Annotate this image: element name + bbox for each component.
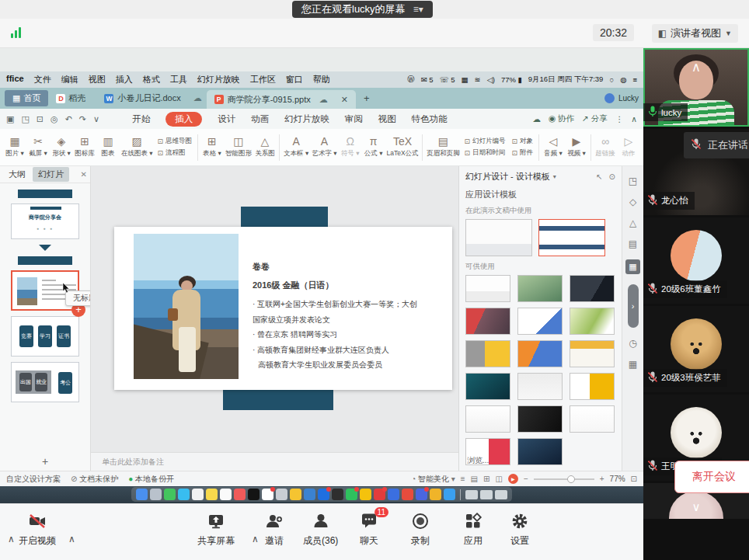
mac-menu-7[interactable]: 幻灯片放映 (197, 74, 240, 85)
quick-icon-1[interactable]: ◳ (21, 114, 29, 124)
template-thumb-3[interactable] (465, 308, 510, 335)
participant-tile-20级3班侯艺菲[interactable]: 20级3班侯艺菲 (643, 306, 749, 392)
ribbon-item-智能图形[interactable]: ◫智能图形 (224, 136, 253, 158)
participant-tile-20级6班董鑫竹[interactable]: 20级6班董鑫竹 (643, 217, 749, 304)
ribbon-item-音频[interactable]: ◁音频 ▾ (542, 136, 565, 158)
template-thumb-0[interactable] (465, 275, 510, 302)
slideshow-play-button[interactable]: ▶ (508, 474, 518, 484)
protect-status[interactable]: ⊘ 文档未保护 (71, 474, 118, 485)
side-tool-0[interactable]: ◳ (629, 176, 637, 186)
dock-icon-12[interactable] (304, 489, 315, 500)
side-tool-b-0[interactable]: ◷ (629, 338, 636, 349)
dock-icon-1[interactable] (150, 489, 162, 500)
ribbon-tab-插入[interactable]: 插入 (165, 112, 202, 127)
ribbon-item-艺术字[interactable]: A艺术字 ▾ (310, 136, 338, 158)
normal-view-icon[interactable]: ▤ (471, 475, 478, 483)
template-thumb-11[interactable] (570, 373, 615, 400)
chevron-up-icon[interactable]: ∧ (692, 59, 701, 75)
current-slide[interactable]: 卷卷 2016级 金融（日语） · 互联网+全国大学生创新创业大赛一等奖；大创国… (114, 227, 452, 390)
mac-menu-3[interactable]: 视图 (89, 74, 106, 85)
dock-window-2[interactable] (495, 490, 507, 499)
beautify-button[interactable]: ◔ 智能美化 ▾ (411, 474, 455, 485)
ribbon-item-图标库[interactable]: ⊞图标库 (73, 136, 96, 158)
dock-icon-9[interactable] (262, 489, 273, 500)
dock-icon-20[interactable] (416, 489, 427, 500)
dock-icon-8[interactable] (248, 489, 260, 500)
more-icon[interactable]: ⋮ (615, 114, 624, 123)
chevron-down-icon[interactable]: ▾ (553, 173, 556, 180)
side-tool-active[interactable]: ▦ (625, 259, 640, 274)
ribbon-tab-动画[interactable]: 动画 (251, 113, 269, 125)
banner-menu-icon[interactable]: ≡▾ (413, 4, 423, 15)
quick-icon-6[interactable]: ∨ (93, 114, 99, 124)
mac-menu-4[interactable]: 插入 (116, 74, 133, 85)
leave-meeting-button[interactable]: 离开会议 (674, 461, 749, 493)
template-thumb-used-0[interactable] (465, 219, 532, 256)
participant-tile-lucky[interactable]: ∧lucky (643, 48, 749, 127)
volume-icon[interactable]: ◁) (486, 75, 494, 84)
ribbon-item-对象[interactable]: ⊡对象 (511, 137, 533, 146)
template-thumb-12[interactable] (465, 405, 510, 433)
toolbar-apps-button[interactable]: 应用 (463, 511, 483, 548)
wifi-icon[interactable]: ≋ (474, 75, 480, 84)
toolbar-members-button[interactable]: 成员(36) (303, 511, 338, 548)
ribbon-item-动作[interactable]: ▷动作 (617, 136, 640, 158)
tab-outline[interactable]: 大纲 (3, 167, 31, 182)
panel-settings-icon[interactable]: ⊙ (609, 172, 615, 181)
watching-banner[interactable]: 您正在观看lucky的屏幕 ≡▾ (292, 1, 433, 18)
panel-expand-handle[interactable]: › (628, 284, 639, 328)
zoom-out-icon[interactable]: − (524, 475, 528, 483)
quick-icon-5[interactable]: ↷ (79, 114, 86, 124)
ribbon-item-关系图[interactable]: △关系图 (253, 136, 277, 158)
template-thumb-10[interactable] (517, 373, 563, 400)
ribbon-item-文本框[interactable]: A文本框 ▾ (282, 136, 310, 158)
template-thumb-7[interactable] (517, 340, 563, 367)
notes-placeholder[interactable]: 单击此处添加备注 (91, 452, 458, 471)
participant-tile-龙心怡[interactable]: 正在讲话龙心怡 (643, 129, 749, 215)
template-thumb-8[interactable] (570, 340, 615, 367)
mac-menu-1[interactable]: 文件 (34, 74, 51, 85)
toolbar-invite-button[interactable]: 邀请 (264, 511, 284, 548)
dock-icon-18[interactable] (388, 489, 399, 500)
dock-icon-21[interactable] (430, 489, 441, 500)
fit-window-icon[interactable]: ⊡ (631, 475, 637, 483)
ribbon-tab-特色功能[interactable]: 特色功能 (412, 113, 448, 125)
template-thumb-14[interactable] (570, 405, 615, 433)
notes-view-icon[interactable]: ≡ (461, 475, 465, 483)
toolbar-chat-button[interactable]: 11聊天 (359, 511, 379, 548)
ribbon-item-在线图表[interactable]: ▨在线图表 ▾ (120, 136, 154, 158)
chevron-up-icon[interactable]: ∧ (252, 534, 259, 544)
template-thumb-9[interactable] (465, 373, 510, 400)
side-tool-2[interactable]: △ (629, 217, 636, 228)
new-tab-button[interactable]: + (364, 92, 370, 104)
ribbon-item-日期和时间[interactable]: ⊡日期和时间 (464, 148, 505, 158)
ribbon-item-表格[interactable]: ⊞表格 ▾ (200, 136, 224, 158)
ribbon-tab-开始[interactable]: 开始 (132, 113, 150, 125)
chevron-down-icon[interactable]: ∨ (692, 500, 701, 514)
slide-canvas[interactable]: 卷卷 2016级 金融（日语） · 互联网+全国大学生创新创业大赛一等奖；大创国… (91, 166, 458, 452)
zoom-knob[interactable] (567, 475, 575, 483)
quick-icon-4[interactable]: ↶ (65, 114, 72, 124)
account-chip[interactable]: Lucky (604, 93, 639, 103)
dock-icon-0[interactable] (136, 489, 148, 500)
search-icon[interactable]: ○ (609, 75, 614, 84)
dock-icon-10[interactable] (276, 489, 287, 500)
close-panel-icon[interactable]: ✕ (81, 170, 87, 179)
dock-icon-6[interactable] (220, 489, 232, 500)
mac-menu-5[interactable]: 格式 (143, 74, 160, 85)
tab-docer[interactable]: D 稻壳 (56, 92, 85, 104)
dock-icon-3[interactable] (178, 489, 190, 500)
share-button[interactable]: ↗ 分享 (582, 113, 608, 124)
collapse-ribbon-icon[interactable]: ∧ (631, 114, 637, 123)
ribbon-item-公式[interactable]: π公式 ▾ (362, 136, 385, 158)
side-tool-3[interactable]: ▤ (629, 238, 637, 249)
pin-icon[interactable]: ↖ (596, 172, 602, 181)
chevron-up-icon[interactable]: ∧ (8, 534, 15, 544)
template-thumb-1[interactable] (517, 275, 563, 302)
close-tab-icon[interactable]: ✕ (341, 95, 348, 105)
zoom-in-icon[interactable]: + (600, 475, 604, 483)
ribbon-item-附件[interactable]: ⊡附件 (511, 148, 533, 158)
ribbon-tab-视图[interactable]: 视图 (378, 113, 396, 125)
backup-status[interactable]: ● 本地备份开 (128, 474, 174, 485)
quick-icon-3[interactable]: ◎ (51, 114, 58, 124)
